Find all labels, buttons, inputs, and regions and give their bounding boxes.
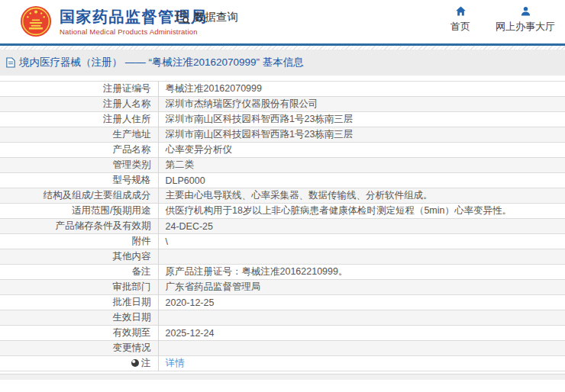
row-label: 生产地址 <box>0 127 158 143</box>
nav-home-label: 首页 <box>450 21 470 32</box>
page-title-bar: 境内医疗器械（注册） —— “粤械注准20162070999” 基本信息 <box>0 50 565 76</box>
row-label: 有效期至 <box>0 326 158 341</box>
table-row: 生效日期 <box>0 310 565 326</box>
row-label: 适用范围/预期用途 <box>0 204 158 219</box>
national-emblem-icon <box>20 5 52 37</box>
row-value: 主要由心电导联线、心率采集器、数据传输线、分析软件组成。 <box>158 188 565 204</box>
row-label: 批准日期 <box>0 295 158 310</box>
row-value: 广东省药品监督管理局 <box>158 280 565 295</box>
row-label: 附件 <box>0 234 158 249</box>
row-value <box>158 341 565 356</box>
row-value: 深圳市杰纳瑞医疗仪器股份有限公司 <box>158 97 565 112</box>
table-row: 产品储存条件及有效期24-DEC-25 <box>0 219 565 234</box>
row-label: 注册证编号 <box>0 82 158 97</box>
table-row: 注详情 <box>0 356 565 371</box>
row-label: 型号规格 <box>0 173 158 188</box>
row-label: 生效日期 <box>0 310 158 326</box>
table-row: 结构及组成/主要组成成分主要由心电导联线、心率采集器、数据传输线、分析软件组成。 <box>0 188 565 204</box>
row-label: 审批部门 <box>0 280 158 295</box>
footer-strip <box>0 374 565 380</box>
nav-online-service-hall[interactable]: 网上办事大厅 <box>496 5 555 34</box>
row-value: 深圳市南山区科技园科智西路1号23栋南三层 <box>158 112 565 127</box>
row-value: 2020-12-25 <box>158 295 565 310</box>
row-value: 供医疗机构用于18岁以上非心脏病患者健康体检时测定短程（5min）心率变异性。 <box>158 204 565 219</box>
info-table-body: 注册证编号粤械注准20162070999注册人名称深圳市杰纳瑞医疗仪器股份有限公… <box>0 82 565 371</box>
row-label: 结构及组成/主要组成成分 <box>0 188 158 204</box>
nav-online-service-hall-label: 网上办事大厅 <box>496 21 555 32</box>
row-label: 变更情况 <box>0 341 158 356</box>
row-label: 注册人住所 <box>0 112 158 127</box>
row-value: 深圳市南山区科技园科智西路1号23栋南三层 <box>158 127 565 143</box>
table-row: 型号规格DLP6000 <box>0 173 565 188</box>
row-value: DLP6000 <box>158 173 565 188</box>
doc-search-icon <box>176 11 190 24</box>
page-title: 境内医疗器械（注册） —— “粤械注准20162070999” 基本信息 <box>19 56 304 69</box>
table-row: 产品名称心率变异分析仪 <box>0 143 565 158</box>
row-label: 备注 <box>0 265 158 280</box>
row-label: 管理类别 <box>0 158 158 173</box>
home-icon <box>454 5 467 18</box>
top-nav: 首页 网上办事大厅 <box>445 5 555 34</box>
nav-home[interactable]: 首页 <box>445 5 476 34</box>
table-row: 批准日期2020-12-25 <box>0 295 565 310</box>
table-row: 管理类别第二类 <box>0 158 565 173</box>
row-label: 产品储存条件及有效期 <box>0 219 158 234</box>
row-value: 24-DEC-25 <box>158 219 565 234</box>
row-value <box>158 310 565 326</box>
row-value: 详情 <box>158 356 565 371</box>
table-row: 注册证编号粤械注准20162070999 <box>0 82 565 97</box>
row-value: 粤械注准20162070999 <box>158 82 565 97</box>
table-row: 注册人名称深圳市杰纳瑞医疗仪器股份有限公司 <box>0 97 565 112</box>
data-query-nav[interactable]: 数据查询 <box>176 10 238 24</box>
person-icon <box>519 5 532 18</box>
table-row: 审批部门广东省药品监督管理局 <box>0 280 565 295</box>
row-label: 注 <box>0 356 158 371</box>
table-row: 注册人住所深圳市南山区科技园科智西路1号23栋南三层 <box>0 112 565 127</box>
table-row: 备注原产品注册证号：粤械注准20162210999。 <box>0 265 565 280</box>
table-row: 变更情况 <box>0 341 565 356</box>
data-query-label: 数据查询 <box>194 10 238 24</box>
row-label: 其他内容 <box>0 249 158 265</box>
document-icon <box>6 57 15 68</box>
row-value: 原产品注册证号：粤械注准20162210999。 <box>158 265 565 280</box>
table-row: 有效期至2025-12-24 <box>0 326 565 341</box>
logo-subtitle: National Medical Products Administration <box>60 27 208 36</box>
note-balloon-icon <box>131 359 139 367</box>
table-row: 附件\ <box>0 234 565 249</box>
row-label: 产品名称 <box>0 143 158 158</box>
row-value: 心率变异分析仪 <box>158 143 565 158</box>
row-label: 注册人名称 <box>0 97 158 112</box>
site-header: 国家药品监督管理局 National Medical Products Admi… <box>0 0 565 43</box>
row-value: \ <box>158 234 565 249</box>
row-value: 第二类 <box>158 158 565 173</box>
info-table: 注册证编号粤械注准20162070999注册人名称深圳市杰纳瑞医疗仪器股份有限公… <box>0 81 565 371</box>
row-value <box>158 249 565 265</box>
spacer <box>0 76 565 81</box>
table-row: 其他内容 <box>0 249 565 265</box>
detail-link[interactable]: 详情 <box>166 358 185 368</box>
table-row: 生产地址深圳市南山区科技园科智西路1号23栋南三层 <box>0 127 565 143</box>
row-value: 2025-12-24 <box>158 326 565 341</box>
table-row: 适用范围/预期用途供医疗机构用于18岁以上非心脏病患者健康体检时测定短程（5mi… <box>0 204 565 219</box>
